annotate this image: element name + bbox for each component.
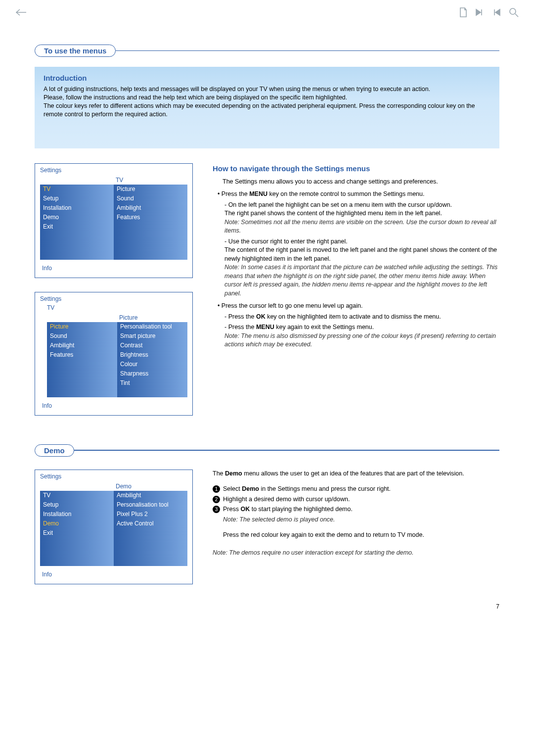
menu-item[interactable]: . — [47, 369, 117, 378]
menu-item[interactable]: TV — [40, 185, 114, 194]
menu-item[interactable]: Installation — [40, 510, 114, 519]
menu-item[interactable]: Smart picture — [117, 331, 187, 341]
panel-title: Settings — [40, 473, 187, 480]
back-icon[interactable] — [15, 8, 28, 18]
menu-item[interactable]: . — [114, 547, 187, 557]
menu-item[interactable]: . — [40, 547, 114, 557]
menu-item[interactable]: Active Control — [114, 519, 187, 528]
demo-section-title: Demo — [35, 444, 74, 457]
info-label: Info — [40, 397, 187, 410]
menu-item[interactable]: . — [40, 232, 114, 241]
menu-item[interactable]: . — [114, 232, 187, 241]
menu-item[interactable]: Demo — [40, 519, 114, 528]
page-number: 7 — [496, 603, 499, 610]
panel-title: Settings — [40, 295, 187, 302]
step-3-note: Note: The selected demo is played once. — [213, 516, 499, 524]
menu-item[interactable]: Sharpness — [117, 369, 187, 378]
menu-item[interactable]: Personalisation tool — [117, 322, 187, 331]
menu-item[interactable]: Ambilight — [47, 341, 117, 350]
menu-item[interactable]: Features — [114, 213, 187, 222]
right-header: Demo — [114, 482, 187, 491]
search-icon[interactable] — [508, 7, 519, 19]
bullet-menu-key: Press the MENU key on the remote control… — [218, 190, 499, 298]
sub-ok-key: Press the OK key on the highlighted item… — [224, 313, 499, 322]
menu-item[interactable]: . — [40, 538, 114, 547]
menu-item[interactable]: . — [114, 241, 187, 250]
menu-item[interactable]: Pixel Plus 2 — [114, 510, 187, 519]
menu-item[interactable]: . — [114, 222, 187, 232]
red-key-note: Press the red colour key again to exit t… — [213, 531, 499, 540]
intro-box: Introduction A lot of guiding instructio… — [35, 67, 499, 148]
menu-item[interactable]: Brightness — [117, 350, 187, 360]
menu-panel-1: Settings TVSetupInstallationDemoExit...T… — [35, 163, 193, 278]
menu-item[interactable]: . — [47, 360, 117, 369]
info-label: Info — [40, 566, 187, 579]
section-title: To use the menus — [35, 45, 116, 57]
menu-item[interactable]: Installation — [40, 203, 114, 213]
sub-menu-exit: Press the MENU key again to exit the Set… — [224, 323, 499, 349]
intro-p1: A lot of guiding instructions, help text… — [44, 85, 490, 94]
menu-item[interactable]: . — [40, 241, 114, 250]
menu-item[interactable]: . — [47, 378, 117, 388]
menu-item[interactable]: TV — [40, 491, 114, 500]
menu-item[interactable]: Sound — [114, 194, 187, 203]
how-to-text: How to navigate through the Settings men… — [213, 163, 499, 429]
toolbar — [0, 7, 534, 19]
menu-item[interactable]: Sound — [47, 331, 117, 341]
menu-item[interactable]: . — [114, 250, 187, 260]
intro-heading: Introduction — [44, 74, 490, 82]
next-track-icon[interactable] — [475, 8, 485, 18]
breadcrumb: TV — [40, 304, 187, 311]
menu-panel-2: SettingsTV PictureSoundAmbilightFeatures… — [35, 292, 193, 416]
demo-intro: The Demo menu allows the user to get an … — [213, 470, 499, 478]
menu-item[interactable]: Features — [47, 350, 117, 360]
menu-item[interactable]: Demo — [40, 213, 114, 222]
sub-cursor-right: Use the cursor right to enter the right … — [224, 237, 499, 298]
menu-item[interactable]: . — [47, 388, 117, 397]
bullet-cursor-left: Press the cursor left to go one menu lev… — [218, 302, 499, 349]
step-2: 2Highlight a desired demo with cursor up… — [213, 495, 499, 504]
page-icon[interactable] — [459, 7, 468, 19]
svg-point-0 — [510, 8, 516, 14]
menu-item[interactable]: . — [117, 388, 187, 397]
menu-item[interactable]: Picture — [47, 322, 117, 331]
right-header: Picture — [117, 313, 187, 322]
step-1: 1Select Demo in the Settings menu and pr… — [213, 485, 499, 494]
menu-item[interactable]: . — [114, 528, 187, 538]
menu-item[interactable]: . — [114, 557, 187, 566]
menu-item[interactable]: . — [40, 250, 114, 260]
panel-title: Settings — [40, 167, 187, 174]
menu-item[interactable]: Ambilight — [114, 491, 187, 500]
demo-footnote: Note: The demos require no user interact… — [213, 549, 499, 558]
menu-item[interactable]: Tint — [117, 378, 187, 388]
right-header: TV — [114, 176, 187, 185]
intro-p3: The colour keys refer to different actio… — [44, 102, 490, 119]
menu-item[interactable]: Exit — [40, 528, 114, 538]
menu-item[interactable]: . — [40, 557, 114, 566]
menu-panel-demo: Settings TVSetupInstallationDemoExit...D… — [35, 470, 193, 584]
intro-p2: Please, follow the instructions and read… — [44, 94, 490, 102]
menu-item[interactable]: Ambilight — [114, 203, 187, 213]
menu-item[interactable]: Setup — [40, 500, 114, 510]
demo-section-header: Demo — [35, 444, 499, 457]
prev-track-icon[interactable] — [491, 8, 501, 18]
menu-item[interactable]: Personalisation tool — [114, 500, 187, 510]
menu-item[interactable]: Picture — [114, 185, 187, 194]
demo-text: The Demo menu allows the user to get an … — [213, 470, 499, 598]
step-3: 3Press OK to start playing the highlight… — [213, 505, 499, 514]
menu-item[interactable]: Contrast — [117, 341, 187, 350]
how-heading: How to navigate through the Settings men… — [213, 163, 499, 174]
menu-item[interactable]: . — [114, 538, 187, 547]
menu-item[interactable]: Exit — [40, 222, 114, 232]
how-lead: The Settings menu allows you to access a… — [213, 178, 499, 187]
sub-left-panel: On the left panel the highlight can be s… — [224, 201, 499, 236]
info-label: Info — [40, 260, 187, 273]
menu-item[interactable]: Colour — [117, 360, 187, 369]
menu-item[interactable]: Setup — [40, 194, 114, 203]
section-header: To use the menus — [35, 45, 499, 57]
